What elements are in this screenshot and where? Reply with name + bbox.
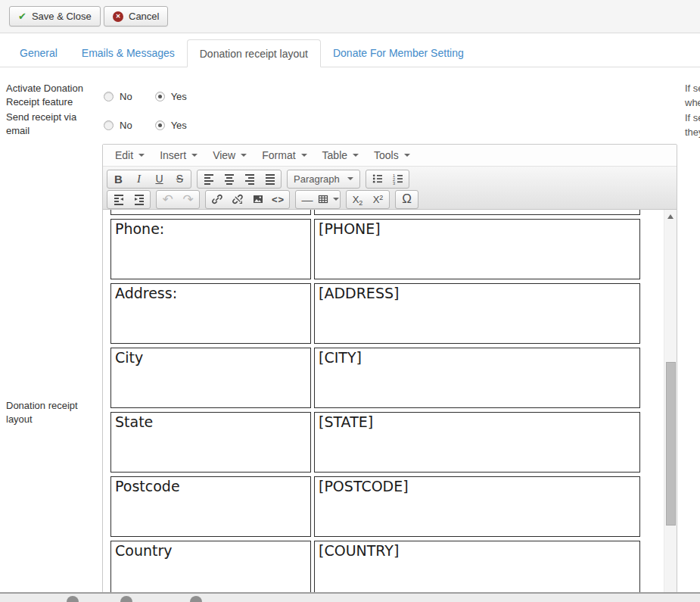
table-row-state: State [STATE] (110, 412, 640, 473)
radio-checked-icon[interactable] (155, 92, 165, 101)
subscript-button[interactable]: X2 (347, 191, 368, 208)
table-cell-label[interactable]: Country (110, 541, 311, 592)
help-line: If se (685, 81, 700, 95)
radio-unchecked-icon[interactable] (104, 92, 114, 101)
outdent-icon (113, 193, 125, 205)
partial-circle-icon (120, 596, 132, 602)
yes-label: Yes (171, 91, 187, 102)
receipt-layout-label: Donation receipt layout (6, 399, 98, 426)
menu-edit-label: Edit (115, 149, 133, 161)
format-select-value: Paragraph (294, 173, 340, 185)
editor-toolbar: B I U S (103, 167, 677, 210)
chevron-down-icon (138, 154, 145, 157)
table-cell-label[interactable]: City (110, 348, 311, 408)
indent-group (107, 190, 151, 209)
table-cell-value[interactable]: [CITY] (314, 348, 640, 408)
chevron-down-icon (241, 154, 247, 157)
link-button[interactable] (207, 191, 227, 208)
no-label: No (120, 120, 132, 131)
table-cell-value[interactable]: [COUNTRY] (314, 541, 640, 592)
redo-button[interactable]: ↷ (178, 191, 198, 208)
tab-bar: General Emails & Messages Donation recei… (0, 39, 700, 67)
menu-insert-label: Insert (160, 149, 186, 161)
strikethrough-icon: S (176, 173, 183, 185)
insert-table-button[interactable] (317, 191, 339, 208)
outdent-button[interactable] (108, 191, 129, 208)
bullet-list-button[interactable] (367, 170, 387, 188)
undo-redo-group: ↶ ↷ (156, 190, 200, 209)
table-cell-label[interactable]: Phone: (110, 219, 311, 279)
scroll-up-icon[interactable] (667, 214, 674, 219)
top-toolbar: ✔ Save & Close ✕ Cancel (0, 0, 700, 33)
special-character-button[interactable]: Ω (397, 191, 417, 208)
help-line: they (685, 125, 700, 139)
scrollbar-thumb[interactable] (666, 362, 676, 526)
table-row-phone: Phone: [PHONE] (110, 219, 640, 279)
table-cell-label[interactable]: State (110, 412, 311, 473)
bold-icon: B (114, 173, 123, 186)
source-code-button[interactable]: <> (268, 191, 288, 208)
chevron-down-icon (347, 177, 353, 180)
settings-page: ✔ Save & Close ✕ Cancel General Emails &… (0, 0, 700, 602)
table-cell-value[interactable]: [STATE] (314, 412, 640, 473)
align-right-button[interactable] (239, 170, 260, 188)
align-left-button[interactable] (198, 170, 219, 188)
editor-content-area[interactable]: Phone: [PHONE] Address: [ADDRESS] City [… (103, 210, 677, 592)
italic-icon: I (137, 173, 141, 186)
insert-group: <> (205, 190, 290, 209)
activate-receipt-no-option[interactable]: No (104, 91, 132, 102)
format-select[interactable]: Paragraph (287, 170, 360, 189)
table-cell[interactable] (110, 210, 311, 215)
menu-edit[interactable]: Edit (107, 145, 152, 166)
tab-donate-for-member-setting[interactable]: Donate For Member Setting (321, 39, 476, 67)
bold-button[interactable]: B (108, 170, 129, 188)
menu-format[interactable]: Format (254, 145, 314, 166)
send-receipt-yes-option[interactable]: Yes (155, 120, 187, 131)
tab-general[interactable]: General (8, 39, 70, 67)
help-line: wher (685, 95, 700, 110)
subscript-icon: X2 (353, 194, 363, 205)
send-receipt-no-option[interactable]: No (104, 120, 132, 131)
horizontal-rule-icon: — (302, 193, 313, 206)
italic-button[interactable]: I (129, 170, 149, 188)
horizontal-rule-button[interactable]: — (297, 191, 317, 208)
menu-insert[interactable]: Insert (152, 145, 205, 166)
menu-table[interactable]: Table (315, 145, 366, 166)
tab-emails-messages[interactable]: Emails & Messages (70, 39, 187, 67)
activate-receipt-yes-option[interactable]: Yes (155, 91, 187, 102)
image-icon (252, 193, 264, 205)
save-close-button[interactable]: ✔ Save & Close (9, 6, 101, 27)
strikethrough-button[interactable]: S (170, 170, 190, 188)
menu-tools-label: Tools (374, 149, 399, 161)
save-close-label: Save & Close (32, 11, 92, 22)
menu-tools[interactable]: Tools (366, 145, 418, 166)
align-center-button[interactable] (219, 170, 239, 188)
radio-checked-icon[interactable] (155, 120, 165, 130)
editor-scrollbar[interactable] (664, 210, 677, 592)
underline-button[interactable]: U (149, 170, 170, 188)
undo-button[interactable]: ↶ (157, 191, 178, 208)
rich-text-editor: Edit Insert View Format Table Tools (102, 144, 677, 593)
menu-view[interactable]: View (205, 145, 254, 166)
table-cell-value[interactable]: [ADDRESS] (314, 283, 640, 344)
radio-unchecked-icon[interactable] (104, 120, 114, 130)
indent-button[interactable] (129, 191, 149, 208)
table-cell-label[interactable]: Postcode (110, 476, 311, 537)
source-code-icon: <> (272, 194, 285, 205)
image-button[interactable] (247, 191, 268, 208)
table-cell[interactable] (314, 210, 640, 215)
table-cell-label[interactable]: Address: (110, 283, 311, 344)
align-justify-button[interactable] (260, 170, 280, 188)
partial-circle-icon (190, 596, 202, 602)
table-cell-value[interactable]: [PHONE] (314, 219, 640, 279)
table-cell-value[interactable]: [POSTCODE] (314, 476, 640, 537)
undo-icon: ↶ (162, 192, 173, 207)
toolbar-row-2: ↶ ↷ <> — (107, 189, 673, 209)
superscript-button[interactable]: X2 (368, 191, 388, 208)
check-icon: ✔ (18, 11, 26, 21)
table-row-partial (110, 210, 640, 215)
numbered-list-button[interactable]: 123 (387, 170, 408, 188)
tab-donation-receipt-layout[interactable]: Donation receipt layout (187, 39, 321, 67)
cancel-button[interactable]: ✕ Cancel (104, 6, 168, 27)
unlink-button[interactable] (227, 191, 247, 208)
